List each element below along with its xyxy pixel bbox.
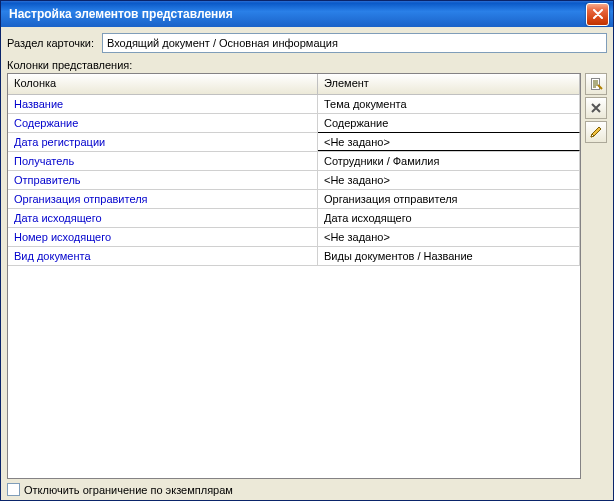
cell-element: <Не задано> xyxy=(318,228,580,246)
cell-column: Получатель xyxy=(8,152,318,170)
cell-element: Содержание xyxy=(318,114,580,132)
cell-element: Организация отправителя xyxy=(318,190,580,208)
table-row[interactable]: Дата исходящегоДата исходящего xyxy=(8,209,580,228)
close-button[interactable] xyxy=(586,3,609,26)
content-area: Раздел карточки: Входящий документ / Осн… xyxy=(1,27,613,500)
cell-element: <Не задано> xyxy=(318,171,580,189)
cell-column: Отправитель xyxy=(8,171,318,189)
table-row[interactable]: Дата регистрации<Не задано> xyxy=(8,133,580,152)
section-label: Раздел карточки: xyxy=(7,37,94,49)
titlebar: Настройка элементов представления xyxy=(1,1,613,27)
section-row: Раздел карточки: Входящий документ / Осн… xyxy=(7,33,607,53)
main-area: Колонка Элемент НазваниеТема документаСо… xyxy=(7,73,607,479)
edit-button[interactable] xyxy=(585,73,607,95)
table-row[interactable]: Отправитель<Не задано> xyxy=(8,171,580,190)
window-title: Настройка элементов представления xyxy=(9,7,586,21)
cell-element: Виды документов / Название xyxy=(318,247,580,265)
table-row[interactable]: Номер исходящего<Не задано> xyxy=(8,228,580,247)
cell-column: Название xyxy=(8,95,318,113)
columns-label: Колонки представления: xyxy=(7,59,607,71)
header-column[interactable]: Колонка xyxy=(8,74,318,94)
table-header: Колонка Элемент xyxy=(8,74,580,95)
section-value: Входящий документ / Основная информация xyxy=(107,37,338,49)
section-input[interactable]: Входящий документ / Основная информация xyxy=(102,33,607,53)
document-icon xyxy=(589,77,603,91)
close-icon xyxy=(592,9,604,19)
delete-button[interactable] xyxy=(585,97,607,119)
header-element[interactable]: Элемент xyxy=(318,74,580,94)
cell-column: Вид документа xyxy=(8,247,318,265)
disable-limit-label: Отключить ограничение по экземплярам xyxy=(24,484,233,496)
disable-limit-checkbox[interactable] xyxy=(7,483,20,496)
table-row[interactable]: Организация отправителяОрганизация отпра… xyxy=(8,190,580,209)
cell-element: Дата исходящего xyxy=(318,209,580,227)
svg-rect-0 xyxy=(592,79,600,90)
table-body: НазваниеТема документаСодержаниеСодержан… xyxy=(8,95,580,478)
cell-column: Содержание xyxy=(8,114,318,132)
cell-column: Дата исходящего xyxy=(8,209,318,227)
cell-column: Организация отправителя xyxy=(8,190,318,208)
table-row[interactable]: НазваниеТема документа xyxy=(8,95,580,114)
properties-button[interactable] xyxy=(585,121,607,143)
table-row[interactable]: СодержаниеСодержание xyxy=(8,114,580,133)
cell-column: Номер исходящего xyxy=(8,228,318,246)
pencil-icon xyxy=(589,125,603,139)
cell-element: <Не задано> xyxy=(318,132,580,151)
cell-element: Сотрудники / Фамилия xyxy=(318,152,580,170)
side-toolbar xyxy=(585,73,607,479)
cell-element: Тема документа xyxy=(318,95,580,113)
table-row[interactable]: ПолучательСотрудники / Фамилия xyxy=(8,152,580,171)
dialog-window: Настройка элементов представления Раздел… xyxy=(0,0,614,501)
table-row[interactable]: Вид документаВиды документов / Название xyxy=(8,247,580,266)
footer: Отключить ограничение по экземплярам xyxy=(7,479,607,496)
columns-table[interactable]: Колонка Элемент НазваниеТема документаСо… xyxy=(7,73,581,479)
cell-column: Дата регистрации xyxy=(8,133,318,151)
delete-icon xyxy=(590,102,602,114)
